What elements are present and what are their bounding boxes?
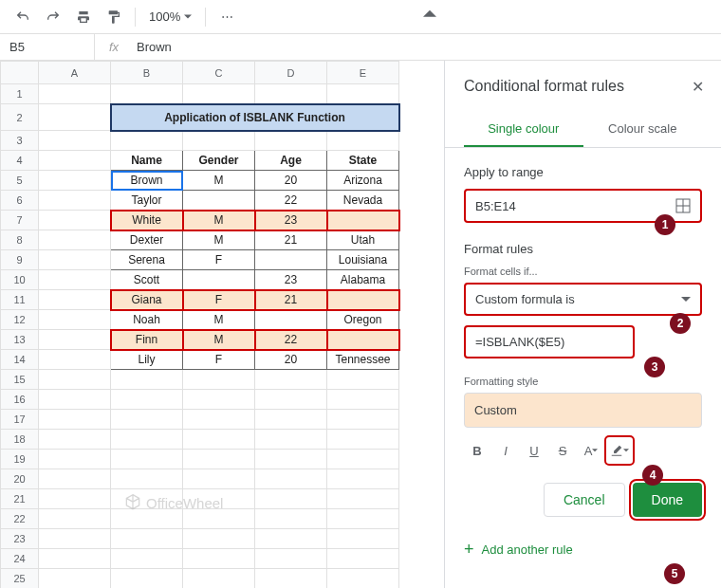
paint-format-icon[interactable]: [101, 4, 127, 30]
col-header[interactable]: B: [111, 62, 183, 84]
cell[interactable]: [39, 489, 111, 509]
cell[interactable]: [183, 390, 255, 410]
row-header[interactable]: 2: [1, 104, 39, 131]
cell[interactable]: Finn: [111, 330, 183, 350]
cell[interactable]: [111, 131, 183, 151]
row-header[interactable]: 17: [1, 410, 39, 430]
cell[interactable]: [111, 569, 183, 589]
cell[interactable]: [255, 84, 327, 104]
cell[interactable]: [255, 569, 327, 589]
text-color-button[interactable]: A: [578, 437, 604, 464]
cell[interactable]: [255, 450, 327, 469]
cell[interactable]: [183, 370, 255, 390]
spreadsheet-grid[interactable]: ABCDE12Application of ISBLANK Function34…: [0, 61, 444, 588]
cell[interactable]: [183, 569, 255, 589]
fill-color-button[interactable]: [606, 437, 633, 464]
cell[interactable]: [327, 529, 399, 549]
cell[interactable]: F: [183, 250, 255, 270]
cell[interactable]: [39, 450, 111, 469]
cell[interactable]: [183, 529, 255, 549]
cell[interactable]: Scott: [111, 270, 183, 290]
cell[interactable]: [255, 430, 327, 450]
cancel-button[interactable]: Cancel: [544, 483, 625, 517]
cell[interactable]: Serena: [111, 250, 183, 270]
close-icon[interactable]: ✕: [692, 78, 704, 96]
cell[interactable]: 22: [255, 191, 327, 211]
formula-input[interactable]: =ISBLANK($E5): [464, 325, 635, 358]
bold-button[interactable]: B: [464, 437, 490, 464]
undo-icon[interactable]: [9, 4, 36, 30]
cell[interactable]: [183, 191, 255, 211]
cell[interactable]: [327, 390, 399, 410]
row-header[interactable]: 11: [1, 290, 39, 310]
cell[interactable]: [111, 469, 183, 489]
cell[interactable]: [39, 131, 111, 151]
cell[interactable]: [111, 410, 183, 430]
cell[interactable]: Utah: [327, 230, 399, 250]
row-header[interactable]: 22: [1, 509, 39, 529]
cell[interactable]: [327, 489, 399, 509]
cell[interactable]: [183, 410, 255, 430]
row-header[interactable]: 5: [1, 171, 39, 191]
cell[interactable]: [327, 290, 399, 310]
cell[interactable]: [39, 171, 111, 191]
cell[interactable]: Brown: [111, 171, 183, 191]
cell[interactable]: [39, 350, 111, 370]
row-header[interactable]: 25: [1, 569, 39, 589]
collapse-panel-icon[interactable]: [423, 8, 436, 21]
cell[interactable]: [39, 104, 111, 131]
done-button[interactable]: Done: [633, 483, 702, 517]
strikethrough-button[interactable]: S: [549, 437, 576, 464]
col-header[interactable]: D: [255, 62, 327, 84]
condition-select[interactable]: Custom formula is: [464, 283, 702, 316]
row-header[interactable]: 23: [1, 529, 39, 549]
cell[interactable]: [255, 549, 327, 569]
cell[interactable]: F: [183, 290, 255, 310]
cell[interactable]: [39, 430, 111, 450]
cell[interactable]: Oregon: [327, 310, 399, 330]
cell[interactable]: [327, 84, 399, 104]
cell[interactable]: [183, 469, 255, 489]
cell[interactable]: [327, 410, 399, 430]
cell[interactable]: Taylor: [111, 191, 183, 211]
cell[interactable]: Giana: [111, 290, 183, 310]
cell[interactable]: Tennessee: [327, 350, 399, 370]
cell[interactable]: Arizona: [327, 171, 399, 191]
cell[interactable]: [327, 131, 399, 151]
cell[interactable]: [39, 509, 111, 529]
row-header[interactable]: 8: [1, 230, 39, 250]
row-header[interactable]: 6: [1, 191, 39, 211]
cell[interactable]: [39, 290, 111, 310]
cell[interactable]: [39, 211, 111, 230]
cell[interactable]: [39, 151, 111, 171]
cell[interactable]: [327, 330, 399, 350]
row-header[interactable]: 1: [1, 84, 39, 104]
cell[interactable]: [183, 450, 255, 469]
italic-button[interactable]: I: [492, 437, 519, 464]
underline-button[interactable]: U: [521, 437, 547, 464]
cell[interactable]: F: [183, 350, 255, 370]
cell[interactable]: 22: [255, 330, 327, 350]
cell[interactable]: [255, 509, 327, 529]
row-header[interactable]: 7: [1, 211, 39, 230]
more-icon[interactable]: ⋯: [213, 4, 240, 30]
cell[interactable]: [255, 390, 327, 410]
cell[interactable]: [183, 430, 255, 450]
cell[interactable]: [255, 250, 327, 270]
cell[interactable]: [255, 489, 327, 509]
cell[interactable]: [39, 250, 111, 270]
zoom-select[interactable]: 100%: [143, 9, 197, 24]
cell[interactable]: Nevada: [327, 191, 399, 211]
cell[interactable]: [183, 270, 255, 290]
tab-single-colour[interactable]: Single colour: [464, 112, 583, 147]
row-header[interactable]: 10: [1, 270, 39, 290]
cell[interactable]: [39, 230, 111, 250]
cell[interactable]: [327, 569, 399, 589]
cell[interactable]: [183, 84, 255, 104]
cell[interactable]: [39, 390, 111, 410]
cell[interactable]: [111, 529, 183, 549]
cell[interactable]: Age: [255, 151, 327, 171]
row-header[interactable]: 21: [1, 489, 39, 509]
cell[interactable]: [111, 370, 183, 390]
cell[interactable]: [327, 469, 399, 489]
